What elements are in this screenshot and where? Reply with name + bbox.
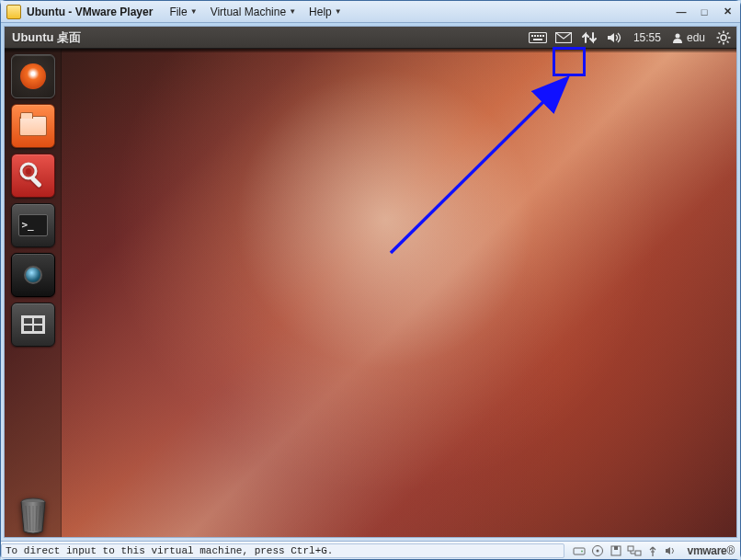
menu-virtual-machine[interactable]: Virtual Machine▼: [207, 6, 300, 18]
statusbar-cd-icon[interactable]: [588, 544, 607, 557]
svg-point-29: [581, 550, 583, 552]
statusbar-usb-icon[interactable]: [644, 544, 662, 557]
network-icon[interactable]: [576, 27, 602, 49]
ubuntu-menubar: Ubuntu 桌面 15:55 edu: [5, 27, 736, 49]
folder-icon: [19, 116, 47, 136]
launcher-camera[interactable]: [11, 253, 55, 297]
svg-rect-0: [529, 32, 546, 42]
svg-point-19: [26, 168, 31, 174]
svg-point-31: [596, 549, 598, 552]
mail-icon[interactable]: [551, 27, 576, 49]
svg-point-9: [721, 35, 726, 40]
wrench-gear-icon: [17, 159, 50, 192]
statusbar-floppy-icon[interactable]: [607, 544, 625, 557]
svg-line-27: [391, 80, 565, 253]
vmware-app-icon: [6, 5, 21, 19]
svg-rect-20: [29, 176, 41, 188]
launcher-settings[interactable]: [11, 154, 55, 198]
svg-line-15: [727, 40, 729, 42]
svg-rect-4: [540, 35, 542, 37]
keyboard-icon[interactable]: [525, 27, 551, 49]
terminal-icon: >_: [18, 214, 48, 236]
svg-rect-5: [542, 35, 544, 37]
minimize-button[interactable]: —: [674, 6, 689, 18]
lens-icon: [24, 266, 42, 284]
annotation-arrow: [372, 69, 593, 271]
close-button[interactable]: ✕: [720, 6, 735, 18]
vmware-title: Ubuntu - VMware Player: [27, 6, 153, 18]
vmware-titlebar: Ubuntu - VMware Player File▼ Virtual Mac…: [1, 1, 740, 23]
svg-line-14: [719, 32, 721, 34]
session-user[interactable]: edu: [667, 27, 711, 49]
annotation-highlight-box: [553, 47, 586, 76]
svg-rect-1: [531, 35, 533, 37]
unity-launcher: >_: [5, 49, 62, 537]
clock[interactable]: 15:55: [628, 27, 667, 49]
chevron-down-icon: ▼: [335, 7, 342, 16]
svg-rect-28: [574, 548, 585, 554]
clock-time: 15:55: [633, 31, 661, 44]
vmware-statusbar: To direct input to this virtual machine,…: [1, 541, 740, 559]
svg-rect-2: [534, 35, 536, 37]
chevron-down-icon: ▼: [289, 7, 296, 16]
svg-rect-34: [628, 546, 633, 551]
statusbar-message: To direct input to this virtual machine,…: [1, 543, 564, 558]
launcher-terminal[interactable]: >_: [11, 203, 55, 247]
launcher-files[interactable]: [11, 104, 55, 148]
maximize-button[interactable]: □: [697, 6, 712, 18]
svg-line-17: [719, 40, 721, 42]
volume-icon[interactable]: [602, 27, 628, 49]
launcher-dash[interactable]: [11, 54, 55, 98]
statusbar-network-icon[interactable]: [625, 545, 644, 556]
statusbar-hdd-icon[interactable]: [570, 545, 588, 556]
vmware-window: Ubuntu - VMware Player File▼ Virtual Mac…: [0, 0, 741, 560]
svg-line-16: [727, 32, 729, 34]
power-cog-icon[interactable]: [711, 27, 736, 49]
ubuntu-desktop[interactable]: >_: [5, 49, 736, 537]
svg-point-8: [675, 33, 679, 38]
vmware-brand: vmware®: [688, 545, 735, 556]
user-icon: [672, 32, 683, 43]
svg-rect-6: [533, 39, 542, 40]
svg-rect-33: [614, 546, 618, 550]
menu-file[interactable]: File▼: [165, 6, 200, 18]
chevron-down-icon: ▼: [190, 7, 198, 16]
vm-content: Ubuntu 桌面 15:55 edu: [4, 26, 737, 538]
svg-rect-35: [635, 551, 641, 555]
menu-help[interactable]: Help▼: [305, 6, 346, 18]
statusbar-sound-icon[interactable]: [662, 545, 680, 556]
svg-rect-3: [537, 35, 539, 37]
launcher-workspace-switcher[interactable]: [11, 303, 55, 347]
menubar-title: Ubuntu 桌面: [12, 29, 81, 46]
session-user-label: edu: [687, 31, 705, 44]
launcher-trash[interactable]: [11, 493, 55, 537]
trash-icon: [15, 495, 51, 535]
workspace-grid-icon: [21, 315, 45, 334]
